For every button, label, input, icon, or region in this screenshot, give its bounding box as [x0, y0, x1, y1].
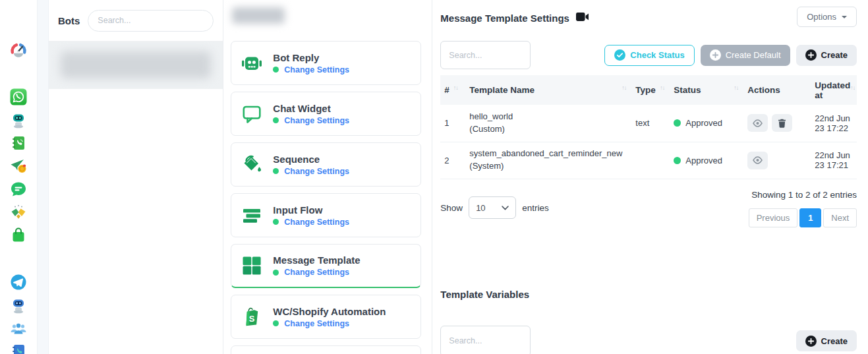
bots-panel-header: Bots — [49, 0, 223, 41]
video-camera-icon[interactable] — [576, 12, 589, 24]
sort-icon[interactable]: ↑↓ — [734, 85, 738, 91]
check-status-button[interactable]: Check Status — [604, 45, 694, 66]
entries-summary: Showing 1 to 2 of 2 entries — [751, 190, 857, 200]
sort-icon[interactable]: ↑↓ — [453, 85, 458, 91]
shopping-bag-icon[interactable] — [10, 227, 27, 244]
table-row: 2 system_abandoned_cart_reminder_new(Sys… — [440, 142, 857, 179]
status-label: Approved — [685, 156, 722, 165]
card-wc-shopify-automation[interactable]: S WC/Shopify Automation Change Settings — [231, 295, 421, 339]
main-content: Message Template Settings Options Check … — [432, 0, 868, 354]
status-dot — [273, 67, 279, 73]
row-number: 1 — [440, 105, 465, 142]
status-dot — [273, 219, 279, 225]
contacts-book-icon[interactable] — [10, 134, 27, 152]
view-button[interactable] — [747, 114, 768, 132]
sequence-icon — [241, 154, 263, 176]
team-icon[interactable] — [10, 320, 27, 337]
change-settings-link[interactable]: Change Settings — [284, 65, 349, 74]
sort-icon[interactable]: ↑↓ — [850, 85, 855, 91]
panel-gutter — [37, 0, 49, 354]
bots-panel-title: Bots — [58, 15, 80, 26]
telegram-icon[interactable] — [10, 274, 27, 291]
show-label: Show — [440, 203, 463, 213]
template-search-input[interactable] — [440, 41, 531, 69]
create-label: Create — [821, 50, 848, 60]
trash-icon — [778, 119, 786, 128]
status-dot — [674, 119, 681, 127]
robot-icon[interactable] — [10, 111, 27, 129]
sort-icon[interactable]: ↑↓ — [622, 85, 626, 91]
sort-icon[interactable]: ↑↓ — [660, 85, 664, 91]
card-title: Chat Widget — [273, 103, 349, 114]
bot-reply-icon — [241, 52, 263, 74]
col-template-name: Template Name — [469, 85, 535, 95]
change-settings-link[interactable]: Change Settings — [284, 319, 349, 328]
col-type: Type — [635, 85, 656, 95]
chat-bubble-icon[interactable] — [10, 181, 27, 198]
variables-create-button[interactable]: Create — [796, 330, 857, 351]
chevron-down-icon — [842, 16, 847, 18]
template-variables-title: Template Variables — [440, 289, 857, 300]
whatsapp-icon[interactable] — [10, 88, 27, 105]
card-message-template[interactable]: Message Template Change Settings — [231, 244, 421, 288]
delete-button[interactable] — [772, 114, 792, 132]
change-settings-link[interactable]: Change Settings — [284, 218, 349, 227]
next-page-button[interactable]: Next — [823, 208, 857, 227]
redacted-panel-title — [232, 7, 285, 24]
redacted-bot-name — [61, 51, 211, 78]
settings-panel: Bot Reply Change Settings Chat Widget Ch… — [223, 0, 432, 354]
eye-icon — [753, 156, 763, 164]
card-title: Sequence — [273, 154, 349, 165]
app-icon-rail — [0, 0, 37, 354]
view-button[interactable] — [747, 152, 768, 169]
bot-list-item-selected[interactable] — [49, 41, 223, 89]
status-dot — [273, 168, 279, 174]
card-partial[interactable] — [231, 345, 421, 354]
card-chat-widget[interactable]: Chat Widget Change Settings — [231, 92, 421, 136]
status-dot — [273, 270, 279, 276]
card-sequence[interactable]: Sequence Change Settings — [231, 142, 421, 187]
page-1-button[interactable]: 1 — [799, 208, 821, 227]
template-variant: (Custom) — [469, 123, 626, 136]
create-button[interactable]: Create — [796, 45, 857, 66]
robot-blue-icon[interactable] — [10, 297, 27, 314]
plus-circle-icon — [805, 49, 817, 61]
card-title: WC/Shopify Automation — [273, 306, 386, 317]
chevron-down-icon — [502, 206, 509, 210]
page-title: Message Template Settings — [440, 13, 569, 24]
plus-circle-icon — [805, 336, 817, 347]
page-size-select[interactable]: 10 — [469, 196, 516, 219]
change-settings-link[interactable]: Change Settings — [284, 268, 349, 277]
app-window: Bots Bot Reply Change Settings — [0, 0, 868, 354]
template-variant: (System) — [469, 160, 626, 173]
table-footer: Show 10 entries Showing 1 to 2 of 2 entr… — [440, 189, 857, 227]
previous-page-button[interactable]: Previous — [749, 208, 798, 227]
collaboration-icon[interactable] — [10, 204, 27, 221]
status-label: Approved — [685, 118, 722, 128]
pagination: Previous 1 Next — [749, 208, 857, 227]
paper-plane-coin-icon[interactable] — [10, 158, 27, 175]
bots-search-input[interactable] — [88, 10, 214, 32]
contacts-book-blue-icon[interactable] — [10, 343, 27, 354]
table-header-row: #↑↓ Template Name↑↓ Type↑↓ Status↑↓ Acti… — [440, 75, 857, 105]
status-dot — [674, 157, 681, 164]
change-settings-link[interactable]: Change Settings — [284, 167, 349, 176]
card-title: Bot Reply — [273, 52, 349, 63]
create-default-button[interactable]: Create Default — [701, 45, 790, 66]
chat-widget-icon — [241, 103, 263, 125]
options-button[interactable]: Options — [797, 7, 857, 27]
variables-search-input[interactable] — [440, 326, 531, 354]
shopify-icon: S — [241, 306, 263, 328]
speedometer-icon[interactable] — [10, 42, 27, 59]
bots-panel: Bots — [49, 0, 223, 354]
template-toolbar: Check Status Create Default Create — [440, 41, 857, 69]
change-settings-link[interactable]: Change Settings — [284, 116, 349, 125]
card-title: Message Template — [273, 254, 360, 266]
template-type — [631, 142, 670, 179]
check-circle-icon — [614, 49, 625, 61]
card-input-flow[interactable]: Input Flow Change Settings — [231, 193, 421, 237]
row-number: 2 — [440, 142, 465, 179]
eye-icon — [753, 119, 763, 127]
settings-card-list: Bot Reply Change Settings Chat Widget Ch… — [231, 41, 421, 354]
card-bot-reply[interactable]: Bot Reply Change Settings — [231, 41, 421, 85]
